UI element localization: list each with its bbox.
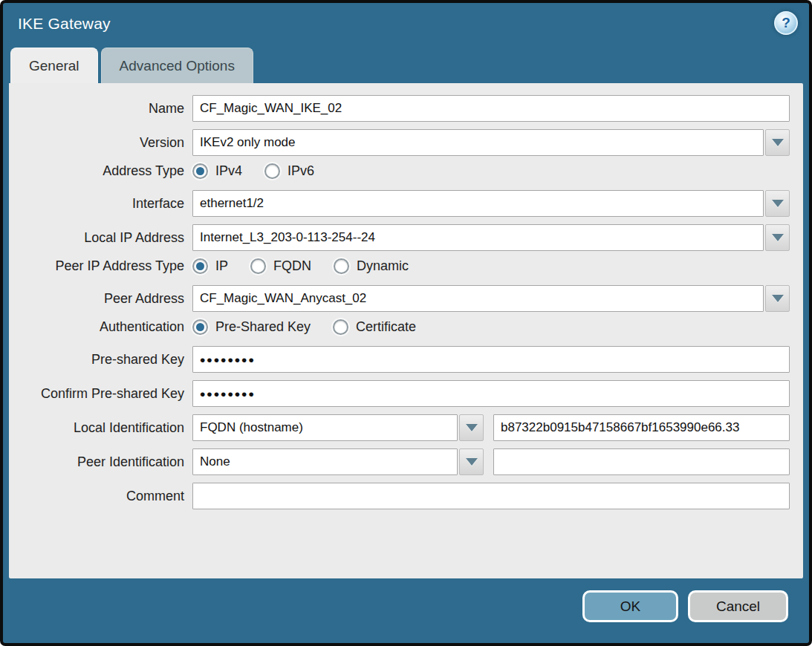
name-label: Name: [9, 101, 192, 117]
peer-address-dropdown-button[interactable]: [765, 285, 790, 312]
version-row: Version: [9, 129, 790, 156]
pre-shared-key-row: Pre-shared Key: [9, 346, 790, 373]
general-tab-panel: Name Version Address Type IPv4: [9, 83, 803, 578]
peer-ip-address-type-row: Peer IP Address Type IP FQDN Dynamic: [9, 258, 790, 274]
ike-gateway-dialog: IKE Gateway ? General Advanced Options N…: [0, 0, 812, 646]
radio-ip-label: IP: [215, 258, 228, 274]
local-ip-address-dropdown-button[interactable]: [765, 224, 790, 251]
cancel-button[interactable]: Cancel: [688, 590, 788, 622]
address-type-label: Address Type: [9, 163, 192, 179]
radio-ip-control[interactable]: [192, 258, 208, 274]
radio-pre-shared-key[interactable]: Pre-Shared Key: [192, 319, 311, 335]
confirm-pre-shared-key-input[interactable]: [192, 380, 790, 407]
peer-identification-label: Peer Identification: [9, 454, 192, 470]
confirm-pre-shared-key-row: Confirm Pre-shared Key: [9, 380, 790, 407]
local-identification-label: Local Identification: [9, 420, 192, 436]
question-mark-glyph: ?: [782, 15, 790, 31]
dialog-title: IKE Gateway: [18, 15, 809, 33]
radio-certificate-label: Certificate: [356, 319, 416, 335]
chevron-down-icon: [772, 234, 784, 241]
tab-general-label: General: [29, 58, 79, 74]
version-dropdown-button[interactable]: [765, 129, 790, 156]
interface-row: Interface: [9, 190, 790, 217]
tab-advanced-options-label: Advanced Options: [120, 58, 235, 74]
peer-identification-value-input[interactable]: [493, 448, 790, 475]
dialog-footer: OK Cancel: [3, 578, 809, 643]
radio-ipv4[interactable]: IPv4: [192, 163, 242, 179]
radio-ipv4-label: IPv4: [215, 163, 242, 179]
peer-address-row: Peer Address: [9, 285, 790, 312]
peer-ip-address-type-label: Peer IP Address Type: [9, 258, 192, 274]
chevron-down-icon: [772, 295, 784, 302]
peer-identification-row: Peer Identification: [9, 448, 790, 475]
name-input[interactable]: [192, 95, 790, 122]
radio-fqdn-control[interactable]: [250, 258, 266, 274]
interface-dropdown-button[interactable]: [765, 190, 790, 217]
title-bar: IKE Gateway ?: [3, 3, 809, 48]
comment-label: Comment: [9, 489, 192, 504]
interface-input[interactable]: [192, 190, 764, 217]
interface-label: Interface: [9, 196, 192, 212]
radio-fqdn-label: FQDN: [273, 258, 311, 274]
chevron-down-icon: [466, 424, 478, 431]
local-identification-row: Local Identification: [9, 414, 790, 441]
local-identification-dropdown-button[interactable]: [459, 414, 484, 441]
help-icon[interactable]: ?: [774, 11, 798, 35]
local-identification-type-input[interactable]: [192, 414, 458, 441]
tab-bar: General Advanced Options: [3, 48, 809, 83]
radio-certificate-control[interactable]: [333, 319, 348, 335]
peer-identification-type-input[interactable]: [192, 448, 458, 475]
chevron-down-icon: [772, 200, 784, 207]
chevron-down-icon: [772, 139, 784, 146]
authentication-row: Authentication Pre-Shared Key Certificat…: [9, 319, 790, 335]
radio-dynamic-label: Dynamic: [357, 258, 409, 274]
radio-pre-shared-key-control[interactable]: [192, 319, 208, 335]
radio-ip[interactable]: IP: [192, 258, 228, 274]
radio-dynamic-control[interactable]: [334, 258, 349, 274]
radio-ipv6-control[interactable]: [264, 163, 280, 179]
radio-pre-shared-key-label: Pre-Shared Key: [215, 319, 311, 335]
radio-certificate[interactable]: Certificate: [333, 319, 416, 335]
peer-address-input[interactable]: [192, 285, 764, 312]
local-identification-value-input[interactable]: [493, 414, 790, 441]
radio-ipv6[interactable]: IPv6: [264, 163, 314, 179]
local-ip-address-label: Local IP Address: [9, 230, 192, 246]
tab-advanced-options[interactable]: Advanced Options: [101, 48, 253, 83]
chevron-down-icon: [466, 458, 478, 466]
tab-general[interactable]: General: [10, 48, 98, 83]
peer-address-label: Peer Address: [9, 291, 192, 307]
comment-row: Comment: [9, 483, 790, 509]
radio-ipv4-control[interactable]: [192, 163, 208, 179]
radio-dynamic[interactable]: Dynamic: [334, 258, 409, 274]
radio-ipv6-label: IPv6: [288, 163, 314, 179]
version-input[interactable]: [192, 129, 764, 156]
name-row: Name: [9, 95, 790, 122]
authentication-label: Authentication: [9, 319, 192, 335]
confirm-pre-shared-key-label: Confirm Pre-shared Key: [9, 386, 192, 402]
pre-shared-key-label: Pre-shared Key: [9, 352, 192, 368]
pre-shared-key-input[interactable]: [192, 346, 790, 373]
address-type-row: Address Type IPv4 IPv6: [9, 163, 790, 179]
local-ip-address-input[interactable]: [192, 224, 764, 251]
version-label: Version: [9, 135, 192, 151]
ok-button[interactable]: OK: [582, 590, 678, 622]
local-ip-address-row: Local IP Address: [9, 224, 790, 251]
peer-identification-dropdown-button[interactable]: [459, 448, 484, 475]
comment-input[interactable]: [192, 483, 790, 509]
radio-fqdn[interactable]: FQDN: [250, 258, 311, 274]
